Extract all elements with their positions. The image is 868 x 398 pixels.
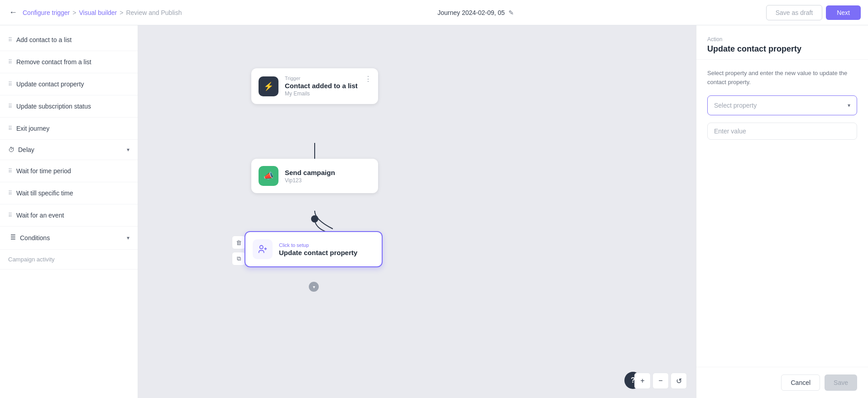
update-node-title: Update contact property bbox=[279, 249, 357, 256]
trigger-menu-button[interactable]: ⋮ bbox=[364, 75, 372, 83]
delay-section-label-area: ⏱ Delay bbox=[8, 146, 34, 153]
trigger-title: Contact added to a list bbox=[285, 82, 358, 90]
trigger-label: Trigger bbox=[285, 76, 358, 81]
sidebar-item-exit-journey[interactable]: ⠿ Exit journey bbox=[0, 118, 138, 140]
sidebar-item-add-contact[interactable]: ⠿ Add contact to a list bbox=[0, 29, 138, 51]
sidebar-item-update-property[interactable]: ⠿ Update contact property bbox=[0, 73, 138, 95]
conditions-chevron-icon: ▾ bbox=[127, 235, 129, 241]
edit-title-icon[interactable]: ✎ bbox=[508, 9, 514, 16]
panel-title: Update contact property bbox=[707, 44, 857, 54]
breadcrumb-step3: Review and Publish bbox=[126, 9, 182, 16]
trigger-icon: ⚡ bbox=[259, 76, 278, 96]
sidebar-item-label: Exit journey bbox=[16, 125, 49, 132]
delay-icon: ⏱ bbox=[8, 146, 14, 153]
sidebar-item-update-subscription[interactable]: ⠿ Update subscription status bbox=[0, 95, 138, 118]
sidebar: ⠿ Add contact to a list ⠿ Remove contact… bbox=[0, 25, 138, 398]
delete-node-button[interactable]: 🗑 bbox=[232, 236, 245, 249]
breadcrumb-sep2: > bbox=[120, 9, 123, 16]
update-icon bbox=[253, 239, 273, 259]
save-draft-button[interactable]: Save as draft bbox=[766, 5, 823, 20]
select-property-field[interactable]: Select property ▾ bbox=[707, 95, 857, 115]
canvas-controls: + − ↺ bbox=[634, 373, 687, 389]
delay-section-header[interactable]: ⏱ Delay ▾ bbox=[0, 140, 138, 160]
select-property-placeholder: Select property bbox=[714, 102, 757, 109]
curved-connector bbox=[138, 25, 696, 398]
next-button[interactable]: Next bbox=[826, 5, 861, 20]
campaign-subtitle: Vip123 bbox=[285, 177, 335, 184]
trigger-node[interactable]: ⚡ Trigger Contact added to a list My Ema… bbox=[251, 68, 378, 104]
trigger-node-content: Trigger Contact added to a list My Email… bbox=[285, 76, 358, 97]
back-button[interactable]: ← bbox=[7, 6, 19, 19]
drag-handle-icon: ⠿ bbox=[8, 125, 12, 132]
drag-handle-icon: ⠿ bbox=[8, 190, 12, 196]
sidebar-item-label: Update contact property bbox=[16, 81, 84, 88]
cancel-button[interactable]: Cancel bbox=[781, 374, 820, 391]
trigger-subtitle: My Emails bbox=[285, 90, 358, 97]
connector-lines bbox=[138, 25, 696, 398]
update-node[interactable]: Click to setup Update contact property bbox=[245, 231, 383, 267]
update-node-bottom-chevron[interactable]: ▾ bbox=[309, 282, 319, 292]
sidebar-item-wait-event[interactable]: ⠿ Wait for an event bbox=[0, 204, 138, 227]
svg-point-1 bbox=[260, 246, 263, 249]
panel-footer: Cancel Save bbox=[696, 367, 868, 398]
sidebar-item-wait-specific-time[interactable]: ⠿ Wait till specific time bbox=[0, 182, 138, 204]
enter-value-input[interactable] bbox=[707, 123, 857, 140]
breadcrumb-sep1: > bbox=[72, 9, 76, 16]
breadcrumb-step2[interactable]: Visual builder bbox=[79, 9, 117, 16]
campaign-icon: 📣 bbox=[259, 166, 278, 186]
sidebar-item-label: Wait for an event bbox=[16, 212, 64, 219]
panel-header: Action Update contact property bbox=[696, 25, 868, 60]
campaign-activity-label: Campaign activity bbox=[0, 250, 138, 270]
journey-title-text: Journey 2024-02-09, 05 bbox=[437, 9, 505, 16]
top-bar-left: ← Configure trigger > Visual builder > R… bbox=[7, 6, 766, 19]
campaign-node-content: Send campaign Vip123 bbox=[285, 169, 335, 184]
panel-description: Select property and enter the new value … bbox=[707, 69, 857, 86]
save-button[interactable]: Save bbox=[825, 374, 857, 391]
conditions-section-header[interactable]: Conditions ▾ bbox=[0, 227, 138, 250]
copy-node-button[interactable]: ⧉ bbox=[232, 252, 245, 265]
right-panel: Action Update contact property Select pr… bbox=[696, 25, 868, 398]
canvas[interactable]: ⚡ Trigger Contact added to a list My Ema… bbox=[138, 25, 696, 398]
breadcrumb: Configure trigger > Visual builder > Rev… bbox=[23, 9, 182, 16]
zoom-out-button[interactable]: − bbox=[652, 373, 669, 389]
sidebar-item-remove-contact[interactable]: ⠿ Remove contact from a list bbox=[0, 51, 138, 73]
conditions-icon bbox=[8, 233, 16, 243]
top-bar: ← Configure trigger > Visual builder > R… bbox=[0, 0, 868, 25]
breadcrumb-step1[interactable]: Configure trigger bbox=[23, 9, 70, 16]
reset-view-button[interactable]: ↺ bbox=[671, 373, 687, 389]
campaign-title: Send campaign bbox=[285, 169, 335, 176]
drag-handle-icon: ⠿ bbox=[8, 81, 12, 87]
main-layout: ⠿ Add contact to a list ⠿ Remove contact… bbox=[0, 25, 868, 398]
update-node-content: Click to setup Update contact property bbox=[279, 242, 357, 256]
drag-handle-icon: ⠿ bbox=[8, 59, 12, 65]
panel-body: Select property and enter the new value … bbox=[696, 60, 868, 367]
drag-handle-icon: ⠿ bbox=[8, 37, 12, 43]
sidebar-item-label: Wait till specific time bbox=[16, 190, 73, 197]
node-action-buttons: 🗑 ⧉ bbox=[232, 236, 245, 265]
drag-handle-icon: ⠿ bbox=[8, 168, 12, 174]
sidebar-item-label: Remove contact from a list bbox=[16, 58, 91, 66]
journey-title-area: Journey 2024-02-09, 05 ✎ bbox=[437, 9, 514, 16]
sidebar-item-wait-time-period[interactable]: ⠿ Wait for time period bbox=[0, 160, 138, 182]
connector-dot-2 bbox=[311, 215, 318, 223]
delay-chevron-icon: ▾ bbox=[127, 147, 129, 153]
click-to-setup-label: Click to setup bbox=[279, 242, 357, 248]
campaign-node[interactable]: 📣 Send campaign Vip123 bbox=[251, 159, 378, 193]
conditions-section-label: Conditions bbox=[20, 234, 50, 242]
panel-action-label: Action bbox=[707, 36, 857, 43]
zoom-in-button[interactable]: + bbox=[634, 373, 651, 389]
sidebar-item-label: Update subscription status bbox=[16, 103, 91, 110]
sidebar-item-label: Wait for time period bbox=[16, 167, 71, 175]
drag-handle-icon: ⠿ bbox=[8, 103, 12, 109]
sidebar-item-label: Add contact to a list bbox=[16, 36, 72, 43]
delay-section-label: Delay bbox=[18, 146, 34, 153]
top-bar-right: Save as draft Next bbox=[766, 5, 861, 20]
conditions-section-label-area: Conditions bbox=[8, 233, 50, 243]
drag-handle-icon: ⠿ bbox=[8, 212, 12, 218]
chevron-down-icon: ▾ bbox=[848, 102, 850, 109]
